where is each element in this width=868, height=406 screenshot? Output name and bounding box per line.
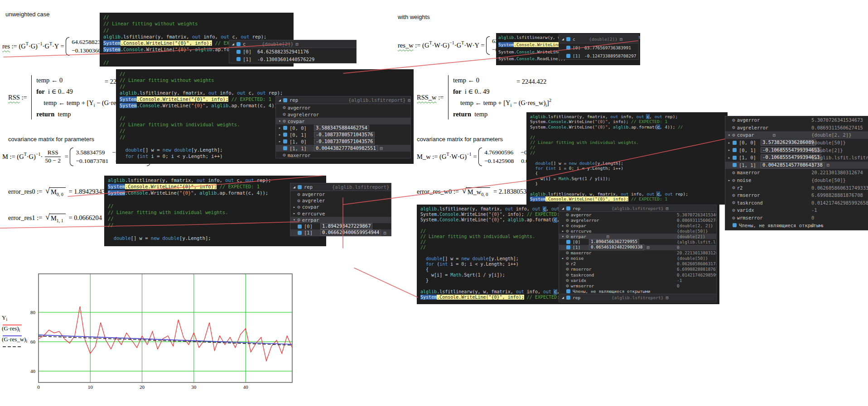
pin-icon[interactable]: ⊟	[638, 53, 639, 58]
watch-row[interactable]: ▸⚙covpar{double[2, 2]}	[559, 223, 716, 228]
watch-row[interactable]: ▸[1, 0]-0.10873780571043576	[276, 138, 410, 145]
watch-row[interactable]: Члены, не являющиеся открытыми0	[725, 221, 868, 229]
pin-icon[interactable]: ⊟	[296, 42, 299, 47]
watch-row[interactable]: ⚙varidx-1	[559, 277, 716, 283]
expander-icon[interactable]: ▸	[277, 133, 282, 137]
watch-row[interactable]: ⚙maxerror20.221301380312674	[725, 169, 868, 177]
watch-row[interactable]: ⚙rmserror6.6998828881876708	[725, 191, 868, 199]
watch-row[interactable]: ▸⚙covpar	[290, 204, 391, 210]
expander-icon[interactable]: ▾	[560, 234, 565, 239]
expander-icon[interactable]: ▸	[292, 211, 297, 215]
code-line: //	[103, 28, 294, 34]
expander-icon[interactable]: ◢	[560, 37, 565, 41]
pin-icon[interactable]: ⊟	[646, 245, 649, 250]
watch-row[interactable]: ⚙avgerror5.3070726341534673	[725, 116, 868, 124]
watch-row[interactable]: ⚙taskrcond0.014217462985992658	[559, 272, 716, 277]
watch-row[interactable]: ⚙varidx-1	[725, 206, 868, 214]
watch-row[interactable]: ▸[0, 0]3.5883475884462754	[276, 124, 410, 131]
watch-row[interactable]: ⚙r20.062605860631749333	[559, 261, 716, 267]
watch-header-row[interactable]: ◢c{double[2]}⊟	[559, 35, 638, 43]
watch-row[interactable]: ▾⚙errpar	[290, 217, 391, 223]
expander-icon[interactable]: ◢	[560, 206, 565, 210]
watch-row[interactable]: [0]1.8904566362729955{alglib.lsfit.lsfit…	[559, 239, 716, 244]
expander-icon[interactable]: ▸	[560, 224, 565, 228]
watch-row[interactable]: ▸[1, 0]-0.10685554799394653{alglib.lsfit…	[725, 154, 868, 162]
expander-icon[interactable]: ▸	[277, 139, 282, 143]
watch-row[interactable]: ▸⚙errcurve	[290, 210, 391, 217]
watch-header-row[interactable]: ◢rep{alglib.lsfitreport}⊟	[559, 294, 716, 301]
watch-row[interactable]: ▸[0, 1]-0.10873780571043576	[276, 131, 410, 138]
watch-row[interactable]: ▸⚙noise{double[50]}	[725, 177, 868, 184]
pin-icon[interactable]: ⊟	[380, 146, 383, 151]
watch-row[interactable]: [1, 1]0.0044382777840982551⊟	[276, 145, 410, 152]
watch-row[interactable]: ▸[0, 0]3.5738262936286089{double[50]}	[725, 139, 868, 147]
watch-row[interactable]: [1]0.065461024822900338⊟0	[559, 245, 716, 250]
watch-row[interactable]: ▾⚙covpar	[276, 118, 410, 124]
expander-icon[interactable]: ▾	[727, 133, 732, 137]
pin-icon[interactable]: ⊟	[665, 295, 668, 300]
watch-row[interactable]: ▸⚙errcurve{double[50]}	[559, 228, 716, 234]
watch-row[interactable]: [0]1.894293427229867	[290, 223, 391, 229]
watch-row[interactable]: ⚙maxerror	[276, 152, 410, 158]
expander-icon[interactable]: ▸	[727, 178, 732, 182]
pin-icon[interactable]: ⊟	[408, 98, 410, 103]
field-cube-icon	[566, 245, 570, 249]
pin-icon[interactable]: ⊟	[827, 162, 829, 167]
expander-icon[interactable]: ▸	[560, 229, 565, 233]
watch-label: avgrelerror	[288, 112, 341, 117]
expander-icon[interactable]: ▾	[277, 119, 282, 123]
expander-icon[interactable]: ◢	[277, 98, 282, 102]
watch-row[interactable]: Члены, не являющиеся открытыми	[559, 288, 716, 294]
watch-row[interactable]: ⚙avgerror	[276, 104, 410, 111]
watch-row[interactable]: ⚙avgerror5.3070726341534673	[559, 212, 716, 217]
watch-row[interactable]: ⚙r20.062605860631749333	[725, 184, 868, 191]
watch-row[interactable]: ⚙avgrelerror	[290, 197, 391, 204]
watch-row[interactable]: ▾⚙errpar⊟{double[2]}	[559, 234, 716, 239]
watch-label: covpar	[571, 223, 604, 228]
pin-icon[interactable]: ⊟	[383, 230, 386, 235]
watch-row[interactable]: [1]-0.12473388958708297⊟	[559, 52, 638, 60]
watch-right-value: {alglib.lsfit.lsfitr	[811, 155, 868, 160]
watch-header-row[interactable]: ◢rep{alglib.lsfitreport}⊟	[290, 183, 391, 191]
expander-icon[interactable]: ▸	[727, 141, 732, 145]
expander-icon[interactable]: ▸	[727, 148, 732, 152]
watch-row[interactable]: ⚙rmserror6.6998828881876708	[559, 267, 716, 272]
watch-label: rep	[304, 184, 327, 190]
watch-row[interactable]: ⚙taskrcond0.014217462985992658	[725, 199, 868, 207]
pin-icon[interactable]: ⊟	[773, 133, 776, 138]
watch-header-row[interactable]: ◢rep{alglib.lsfitreport}⊟	[559, 205, 716, 212]
watch-row[interactable]: [0]63.776569736383991	[559, 43, 638, 52]
expander-icon[interactable]: ◢	[231, 42, 236, 46]
watch-row[interactable]: [1, 1]0.0042851457708643738⊟0	[725, 162, 868, 169]
watch-row[interactable]: ⚙avgerror	[290, 191, 391, 197]
watch-row[interactable]: ⚙wrmserror0	[559, 283, 716, 288]
watch-header-row[interactable]: ◢c{double[2]}⊟	[229, 40, 356, 48]
expander-icon[interactable]: ▸	[560, 256, 565, 260]
pin-icon[interactable]: ⊟	[607, 234, 609, 239]
watch-right-value: 0.062605860631749333	[811, 185, 868, 191]
pin-icon[interactable]: ⊟	[620, 37, 622, 42]
watch-row[interactable]: ⚙avgrelerror	[276, 111, 410, 118]
watch-row[interactable]: ⚙avgrelerror0.0869311560627415	[559, 217, 716, 223]
watch-header-row[interactable]: ◢rep{alglib.lsfitreport}⊟	[276, 96, 410, 104]
watch-row[interactable]: ⚙wrmserror0	[725, 214, 868, 222]
watch-row[interactable]: ▸⚙noise{double[50]}	[559, 256, 716, 261]
expander-icon[interactable]: ▸	[292, 205, 297, 209]
expander-icon[interactable]: ◢	[292, 185, 297, 189]
expander-icon[interactable]: ▸	[277, 126, 282, 130]
watch-row[interactable]: [1]-0.13003601440576229	[229, 56, 356, 63]
watch-row[interactable]: [0]64.625882352941176	[229, 48, 356, 56]
property-wrench-icon: ⚙	[283, 105, 286, 110]
watch-row[interactable]: ⚙maxerror20.221301380312674	[559, 250, 716, 256]
watch-right-value: 0	[811, 162, 814, 168]
watch-row[interactable]: [1]0.066620400659954944⊟	[290, 229, 391, 236]
expander-icon[interactable]: ▸	[727, 156, 732, 160]
pin-icon[interactable]: ⊟	[665, 206, 668, 211]
watch-row[interactable]: ▾⚙covpar⊟{double[2, 2]}	[725, 131, 868, 139]
watch-row[interactable]: ⚙avgrelerror0.0869311560627415	[725, 124, 868, 132]
expander-icon[interactable]: ▾	[292, 218, 297, 222]
watch-row[interactable]: ▸[0, 1]-0.10685554799394653{double[2]}	[725, 146, 868, 154]
legend-label: (G·res)i	[2, 325, 20, 333]
property-wrench-icon: ⚙	[566, 261, 569, 266]
expander-icon[interactable]: ◢	[560, 296, 565, 300]
